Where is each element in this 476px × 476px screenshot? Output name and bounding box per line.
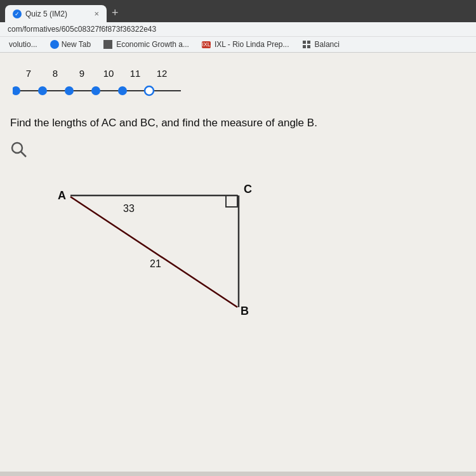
tab-favicon	[13, 10, 22, 18]
bookmark-label: Balanci	[315, 40, 340, 49]
diagram-area: A C B 33 21	[29, 169, 270, 327]
label-b: B	[241, 305, 249, 317]
search-icon[interactable]	[10, 141, 28, 159]
nl-label-11: 11	[122, 68, 149, 79]
number-line-container: 7 8 9 10 11 12	[10, 63, 466, 100]
side-label-33: 33	[123, 203, 135, 214]
svg-rect-1	[307, 41, 310, 44]
tab-bar: Quiz 5 (IM2) × +	[0, 0, 476, 22]
nl-label-8: 8	[42, 68, 69, 79]
newtab-icon	[50, 40, 59, 49]
dot-11	[118, 86, 127, 95]
active-tab[interactable]: Quiz 5 (IM2) ×	[5, 5, 107, 22]
dot-9	[65, 86, 74, 95]
label-a: A	[58, 189, 66, 202]
bookmark-ixl[interactable]: IXL IXL - Rio Linda Prep...	[198, 39, 293, 50]
number-line-labels: 7 8 9 10 11 12	[15, 68, 466, 79]
question-text: Find the lengths of AC and BC, and find …	[10, 116, 466, 131]
economic-growth-icon	[103, 40, 112, 49]
nl-label-10: 10	[95, 68, 122, 79]
new-tab-button[interactable]: +	[107, 4, 124, 22]
browser-chrome: Quiz 5 (IM2) × + com/formatives/605c0832…	[0, 0, 476, 53]
nl-label-7: 7	[15, 68, 42, 79]
bookmark-label: New Tab	[62, 40, 91, 49]
dot-12	[145, 86, 154, 95]
bookmark-newtab[interactable]: New Tab	[46, 39, 95, 50]
svg-line-9	[70, 197, 237, 307]
bookmark-volutio[interactable]: volutio...	[5, 39, 41, 50]
address-text: com/formatives/605c08327f6f873f36322e43	[8, 25, 156, 34]
bookmark-economic-growth[interactable]: Economic Growth a...	[100, 39, 193, 50]
label-c: C	[244, 183, 252, 195]
bookmark-label: Economic Growth a...	[116, 40, 189, 49]
bookmark-balanci[interactable]: Balanci	[298, 39, 343, 50]
nl-label-12: 12	[149, 68, 175, 79]
tab-title: Quiz 5 (IM2)	[25, 10, 90, 18]
svg-point-5	[12, 143, 22, 153]
nl-label-9: 9	[69, 68, 95, 79]
bookmark-label: IXL - Rio Linda Prep...	[215, 40, 289, 49]
bookmarks-bar: volutio... New Tab Economic Growth a... …	[0, 36, 476, 53]
side-label-21: 21	[150, 258, 161, 269]
svg-rect-3	[307, 45, 310, 48]
address-bar[interactable]: com/formatives/605c08327f6f873f36322e43	[0, 22, 476, 36]
svg-rect-10	[226, 195, 237, 207]
ixl-icon: IXL	[202, 41, 211, 48]
svg-rect-2	[303, 45, 306, 48]
dot-7	[13, 86, 20, 95]
number-line-svg	[13, 81, 184, 100]
search-icon-area[interactable]	[10, 141, 466, 161]
svg-line-6	[21, 152, 26, 157]
triangle-svg: A C B 33 21	[29, 169, 270, 327]
dot-8	[38, 86, 47, 95]
dot-10	[91, 86, 100, 95]
balanci-icon	[302, 40, 311, 49]
svg-rect-0	[303, 41, 306, 44]
bookmark-label: volutio...	[9, 40, 37, 49]
main-content: 7 8 9 10 11 12 Find the lengths of AC an…	[0, 53, 476, 472]
tab-close-button[interactable]: ×	[94, 9, 99, 18]
